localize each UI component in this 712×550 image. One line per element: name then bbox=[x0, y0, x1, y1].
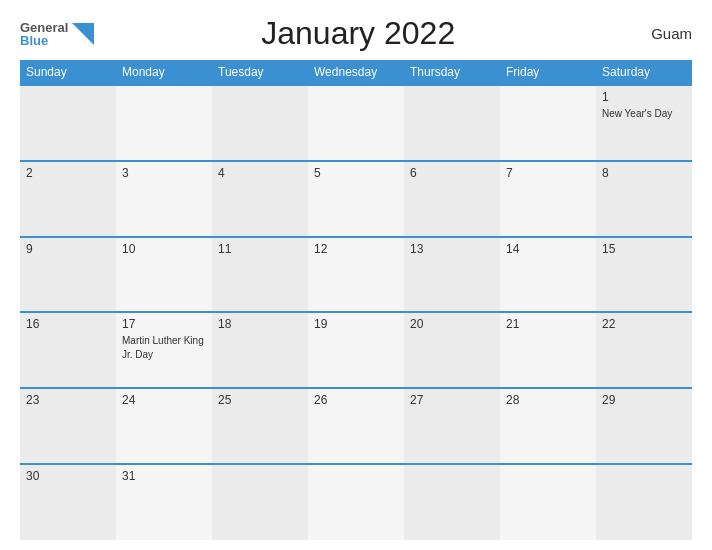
week-row-4: 1617Martin Luther King Jr. Day1819202122 bbox=[20, 312, 692, 388]
day-number: 3 bbox=[122, 166, 206, 180]
calendar-cell: 7 bbox=[500, 161, 596, 237]
calendar-cell: 6 bbox=[404, 161, 500, 237]
calendar-cell bbox=[308, 464, 404, 540]
region: Guam bbox=[622, 25, 692, 42]
day-number: 16 bbox=[26, 317, 110, 331]
logo: General Blue bbox=[20, 21, 94, 47]
calendar-cell bbox=[500, 85, 596, 161]
calendar-cell bbox=[212, 464, 308, 540]
calendar-title: January 2022 bbox=[94, 15, 622, 52]
day-number: 7 bbox=[506, 166, 590, 180]
day-number: 10 bbox=[122, 242, 206, 256]
logo-general: General bbox=[20, 21, 68, 34]
week-row-1: 1New Year's Day bbox=[20, 85, 692, 161]
day-number: 17 bbox=[122, 317, 206, 331]
day-number: 13 bbox=[410, 242, 494, 256]
day-number: 28 bbox=[506, 393, 590, 407]
calendar-cell: 24 bbox=[116, 388, 212, 464]
calendar-page: General Blue January 2022 Guam SundayMon… bbox=[0, 0, 712, 550]
calendar-cell bbox=[116, 85, 212, 161]
calendar-cell: 31 bbox=[116, 464, 212, 540]
calendar-cell: 1New Year's Day bbox=[596, 85, 692, 161]
weekday-header-monday: Monday bbox=[116, 60, 212, 85]
calendar-cell: 13 bbox=[404, 237, 500, 313]
day-number: 24 bbox=[122, 393, 206, 407]
calendar-cell: 26 bbox=[308, 388, 404, 464]
calendar-cell: 17Martin Luther King Jr. Day bbox=[116, 312, 212, 388]
day-number: 23 bbox=[26, 393, 110, 407]
calendar-cell: 29 bbox=[596, 388, 692, 464]
calendar-cell: 21 bbox=[500, 312, 596, 388]
day-number: 19 bbox=[314, 317, 398, 331]
calendar-cell bbox=[404, 464, 500, 540]
calendar-cell: 30 bbox=[20, 464, 116, 540]
calendar-cell: 19 bbox=[308, 312, 404, 388]
weekday-header-row: SundayMondayTuesdayWednesdayThursdayFrid… bbox=[20, 60, 692, 85]
day-number: 14 bbox=[506, 242, 590, 256]
day-number: 30 bbox=[26, 469, 110, 483]
week-row-2: 2345678 bbox=[20, 161, 692, 237]
weekday-header-thursday: Thursday bbox=[404, 60, 500, 85]
calendar-cell: 16 bbox=[20, 312, 116, 388]
day-number: 27 bbox=[410, 393, 494, 407]
calendar-cell: 22 bbox=[596, 312, 692, 388]
day-number: 20 bbox=[410, 317, 494, 331]
calendar-cell: 2 bbox=[20, 161, 116, 237]
holiday-label: Martin Luther King Jr. Day bbox=[122, 335, 204, 360]
holiday-label: New Year's Day bbox=[602, 108, 672, 119]
week-row-5: 23242526272829 bbox=[20, 388, 692, 464]
header: General Blue January 2022 Guam bbox=[20, 15, 692, 52]
day-number: 4 bbox=[218, 166, 302, 180]
calendar-table: SundayMondayTuesdayWednesdayThursdayFrid… bbox=[20, 60, 692, 540]
weekday-header-friday: Friday bbox=[500, 60, 596, 85]
day-number: 15 bbox=[602, 242, 686, 256]
day-number: 29 bbox=[602, 393, 686, 407]
day-number: 18 bbox=[218, 317, 302, 331]
week-row-3: 9101112131415 bbox=[20, 237, 692, 313]
calendar-cell bbox=[308, 85, 404, 161]
day-number: 31 bbox=[122, 469, 206, 483]
day-number: 2 bbox=[26, 166, 110, 180]
day-number: 22 bbox=[602, 317, 686, 331]
day-number: 6 bbox=[410, 166, 494, 180]
day-number: 11 bbox=[218, 242, 302, 256]
calendar-cell bbox=[596, 464, 692, 540]
calendar-cell: 25 bbox=[212, 388, 308, 464]
day-number: 21 bbox=[506, 317, 590, 331]
calendar-cell: 27 bbox=[404, 388, 500, 464]
svg-marker-0 bbox=[72, 23, 94, 45]
calendar-cell: 11 bbox=[212, 237, 308, 313]
weekday-header-saturday: Saturday bbox=[596, 60, 692, 85]
logo-blue: Blue bbox=[20, 34, 68, 47]
weekday-header-wednesday: Wednesday bbox=[308, 60, 404, 85]
day-number: 12 bbox=[314, 242, 398, 256]
logo-icon bbox=[72, 23, 94, 45]
calendar-cell: 15 bbox=[596, 237, 692, 313]
calendar-cell bbox=[404, 85, 500, 161]
calendar-cell bbox=[212, 85, 308, 161]
weekday-header-sunday: Sunday bbox=[20, 60, 116, 85]
calendar-cell: 23 bbox=[20, 388, 116, 464]
day-number: 25 bbox=[218, 393, 302, 407]
calendar-cell bbox=[500, 464, 596, 540]
day-number: 9 bbox=[26, 242, 110, 256]
calendar-cell: 9 bbox=[20, 237, 116, 313]
day-number: 8 bbox=[602, 166, 686, 180]
calendar-cell: 5 bbox=[308, 161, 404, 237]
day-number: 26 bbox=[314, 393, 398, 407]
calendar-cell: 20 bbox=[404, 312, 500, 388]
week-row-6: 3031 bbox=[20, 464, 692, 540]
weekday-header-tuesday: Tuesday bbox=[212, 60, 308, 85]
day-number: 5 bbox=[314, 166, 398, 180]
calendar-cell: 4 bbox=[212, 161, 308, 237]
calendar-cell: 28 bbox=[500, 388, 596, 464]
calendar-cell: 12 bbox=[308, 237, 404, 313]
calendar-cell: 14 bbox=[500, 237, 596, 313]
calendar-cell: 10 bbox=[116, 237, 212, 313]
calendar-cell: 3 bbox=[116, 161, 212, 237]
calendar-cell: 8 bbox=[596, 161, 692, 237]
day-number: 1 bbox=[602, 90, 686, 104]
calendar-cell: 18 bbox=[212, 312, 308, 388]
calendar-cell bbox=[20, 85, 116, 161]
